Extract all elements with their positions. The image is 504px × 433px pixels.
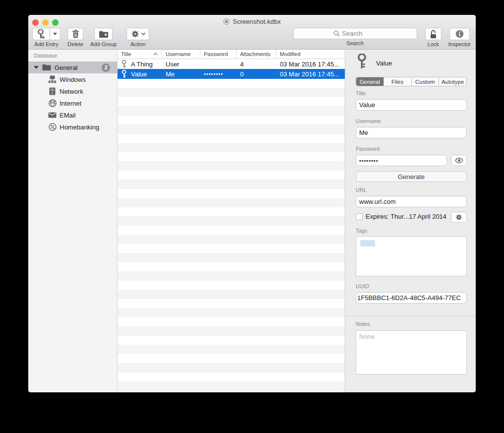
delete-button[interactable] <box>67 28 83 40</box>
chevron-down-icon[interactable] <box>50 33 60 35</box>
sidebar: Database General 2 Windows Network <box>28 50 118 392</box>
generate-password-button[interactable]: Generate <box>356 171 467 182</box>
tab-custom[interactable]: Custom <box>412 77 440 86</box>
url-field-label: URL <box>356 187 367 193</box>
entry-attachments: 0 <box>237 69 276 79</box>
uuid-field-label: UUID <box>356 283 369 289</box>
search-field[interactable] <box>293 28 417 39</box>
table-header: Title Username Password Attachments Modi… <box>118 50 345 59</box>
window-header: Screenshot.kdbx Add Entry <box>28 15 476 50</box>
add-entry-button[interactable] <box>32 28 61 40</box>
uuid-field[interactable] <box>356 292 467 304</box>
section-divider <box>345 316 476 316</box>
sidebar-group-internet[interactable]: Internet <box>28 97 117 109</box>
username-field-label: Username <box>356 118 381 124</box>
entry-title: Value <box>131 70 147 78</box>
sidebar-group-homebanking[interactable]: Homebanking <box>28 121 117 133</box>
entry-title: A Thing <box>131 61 153 68</box>
action-button[interactable] <box>126 28 149 40</box>
delete-label: Delete <box>67 41 83 47</box>
column-header-username[interactable]: Username <box>162 50 200 59</box>
sidebar-group-email[interactable]: EMail <box>28 109 117 121</box>
sort-ascending-icon <box>153 53 158 56</box>
show-password-button[interactable] <box>451 155 467 166</box>
entry-password: •••••••• <box>200 69 237 79</box>
sidebar-group-windows[interactable]: Windows <box>28 73 117 85</box>
titlebar[interactable]: Screenshot.kdbx <box>28 15 476 26</box>
add-entry-label: Add Entry <box>34 41 58 47</box>
title-field[interactable] <box>356 99 467 111</box>
key-plus-icon <box>33 29 50 39</box>
table-row[interactable]: A Thing User 4 03 Mar 2016 17:45... <box>118 59 345 69</box>
entry-attachments: 4 <box>237 59 276 69</box>
lock-button[interactable] <box>425 28 441 40</box>
toolbar: Add Entry Delete Add Group <box>28 26 476 50</box>
entry-count-badge: 2 <box>102 63 110 72</box>
percent-circle-icon <box>48 123 57 131</box>
lock-toolbar-item: Lock <box>425 28 441 47</box>
entry-password <box>200 59 237 69</box>
notes-field[interactable] <box>356 330 467 374</box>
inspector-entry-title: Value <box>376 60 392 67</box>
chevron-down-icon <box>141 33 145 35</box>
notes-field-label: Notes <box>356 321 370 327</box>
inspector-panel: Value General Files Custom Autotype Titl… <box>345 50 476 392</box>
sidebar-group-label: General <box>55 64 77 71</box>
sidebar-group-label: Windows <box>60 76 86 83</box>
content-area: Database General 2 Windows Network <box>28 50 476 392</box>
add-group-label: Add Group <box>90 41 117 47</box>
search-toolbar-item: Search <box>293 28 417 46</box>
entry-username: Me <box>162 69 200 79</box>
document-proxy-icon <box>223 18 230 25</box>
gear-icon <box>455 214 462 221</box>
trash-icon <box>72 30 79 38</box>
search-input[interactable] <box>342 30 377 37</box>
add-group-button[interactable] <box>94 28 113 40</box>
inspector-toolbar-item: Inspector <box>448 28 471 47</box>
expires-settings-button[interactable] <box>451 212 467 223</box>
table-row-selected[interactable]: Value Me •••••••• 0 03 Mar 2016 17:45... <box>118 69 345 79</box>
globe-icon <box>48 99 57 107</box>
padlock-open-icon <box>429 30 437 39</box>
tab-files[interactable]: Files <box>384 77 412 86</box>
password-field-label: Password <box>356 146 379 152</box>
key-icon <box>122 60 126 68</box>
entry-username: User <box>162 59 200 69</box>
url-field[interactable] <box>356 196 467 207</box>
key-icon <box>122 70 126 78</box>
action-toolbar-item: Action <box>126 28 149 47</box>
column-header-password[interactable]: Password <box>200 50 237 59</box>
network-computers-icon <box>48 75 57 83</box>
app-window: Screenshot.kdbx Add Entry <box>28 15 476 392</box>
inspector-button[interactable] <box>449 28 470 40</box>
expires-checkbox[interactable] <box>356 213 363 220</box>
tab-autotype[interactable]: Autotype <box>439 77 466 86</box>
table-empty-rows <box>118 79 345 392</box>
tab-general[interactable]: General <box>356 77 384 86</box>
username-field[interactable] <box>356 127 467 138</box>
sidebar-group-general[interactable]: General 2 <box>28 62 117 73</box>
sidebar-section-header: Database <box>28 52 117 62</box>
disclosure-triangle-icon[interactable] <box>34 66 39 69</box>
action-label: Action <box>130 41 146 47</box>
entry-modified: 03 Mar 2016 17:45... <box>276 59 345 69</box>
tag-token[interactable] <box>360 240 375 247</box>
tags-field[interactable] <box>356 236 467 276</box>
info-icon <box>455 30 464 38</box>
folder-plus-icon <box>99 30 109 38</box>
folder-icon <box>42 64 51 71</box>
entry-modified: 03 Mar 2016 17:45... <box>276 69 345 79</box>
delete-toolbar-item: Delete <box>67 28 83 47</box>
password-field[interactable] <box>356 155 447 166</box>
add-entry-toolbar-item: Add Entry <box>32 28 61 47</box>
column-header-attachments[interactable]: Attachments <box>237 50 276 59</box>
server-icon <box>48 87 57 95</box>
column-header-modified[interactable]: Modified <box>276 50 345 59</box>
search-label: Search <box>346 40 364 46</box>
inspector-label: Inspector <box>448 41 471 47</box>
eye-icon <box>455 158 463 163</box>
key-icon <box>357 54 367 69</box>
envelope-icon <box>48 112 57 118</box>
column-header-title[interactable]: Title <box>118 50 162 59</box>
sidebar-group-network[interactable]: Network <box>28 85 117 97</box>
